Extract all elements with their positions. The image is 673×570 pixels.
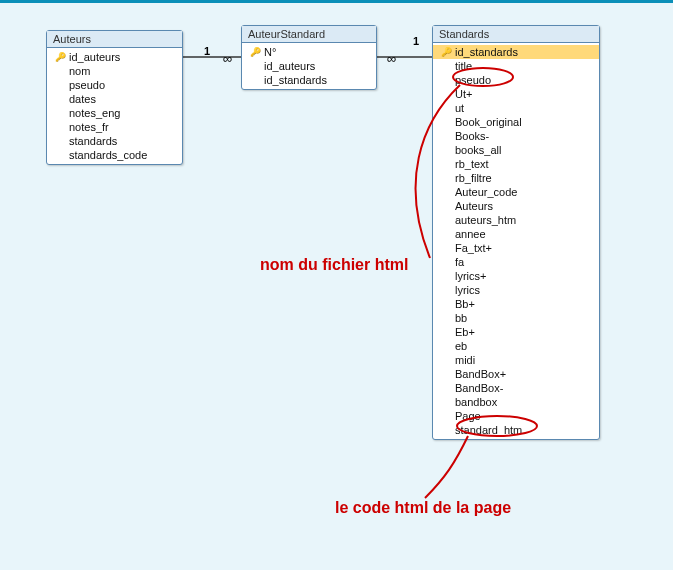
field-label: rb_filtre: [453, 171, 492, 185]
field-row[interactable]: BandBox+: [433, 367, 599, 381]
key-spacer: [439, 88, 453, 100]
table-auteur-standard[interactable]: AuteurStandard 🔑N° id_auteurs id_standar…: [241, 25, 377, 90]
field-label: lyrics: [453, 283, 480, 297]
key-spacer: [53, 149, 67, 161]
key-spacer: [439, 382, 453, 394]
annotation-note-1: nom du fichier html: [260, 256, 408, 274]
key-spacer: [439, 130, 453, 142]
field-row[interactable]: rb_filtre: [433, 171, 599, 185]
key-spacer: [439, 242, 453, 254]
key-spacer: [53, 65, 67, 77]
field-row[interactable]: Page: [433, 409, 599, 423]
field-label: eb: [453, 339, 467, 353]
key-spacer: [439, 284, 453, 296]
key-spacer: [439, 102, 453, 114]
field-row[interactable]: title: [433, 59, 599, 73]
field-row[interactable]: notes_eng: [47, 106, 182, 120]
field-row[interactable]: standards_code: [47, 148, 182, 162]
rel-cardinality-many-icon: ∞: [223, 51, 232, 66]
key-spacer: [439, 270, 453, 282]
key-spacer: [248, 60, 262, 72]
field-row[interactable]: dates: [47, 92, 182, 106]
field-row[interactable]: lyrics+: [433, 269, 599, 283]
field-row[interactable]: BandBox-: [433, 381, 599, 395]
field-label: Books-: [453, 129, 489, 143]
field-row[interactable]: lyrics: [433, 283, 599, 297]
field-row[interactable]: ut: [433, 101, 599, 115]
field-row[interactable]: Ut+: [433, 87, 599, 101]
field-label: Auteurs: [453, 199, 493, 213]
field-row[interactable]: midi: [433, 353, 599, 367]
field-row[interactable]: Bb+: [433, 297, 599, 311]
field-label: title: [453, 59, 472, 73]
field-label: dates: [67, 92, 96, 106]
field-row[interactable]: 🔑N°: [242, 45, 376, 59]
key-spacer: [439, 144, 453, 156]
field-label: Eb+: [453, 325, 475, 339]
key-spacer: [439, 158, 453, 170]
field-row[interactable]: Books-: [433, 129, 599, 143]
key-spacer: [439, 116, 453, 128]
key-spacer: [53, 107, 67, 119]
primary-key-icon: 🔑: [439, 46, 453, 58]
field-row[interactable]: Eb+: [433, 325, 599, 339]
field-row[interactable]: eb: [433, 339, 599, 353]
field-row[interactable]: pseudo: [47, 78, 182, 92]
key-spacer: [439, 74, 453, 86]
key-spacer: [248, 74, 262, 86]
field-row[interactable]: auteurs_htm: [433, 213, 599, 227]
field-label: bandbox: [453, 395, 497, 409]
field-row[interactable]: Book_original: [433, 115, 599, 129]
table-title: Standards: [433, 26, 599, 43]
key-spacer: [439, 410, 453, 422]
key-spacer: [439, 214, 453, 226]
key-spacer: [439, 424, 453, 436]
field-label: BandBox+: [453, 367, 506, 381]
field-label: id_standards: [262, 73, 327, 87]
field-label: Page: [453, 409, 481, 423]
key-spacer: [439, 354, 453, 366]
primary-key-icon: 🔑: [248, 46, 262, 58]
field-row[interactable]: id_standards: [242, 73, 376, 87]
key-spacer: [439, 60, 453, 72]
field-label: notes_fr: [67, 120, 109, 134]
field-row[interactable]: standard_htm: [433, 423, 599, 437]
table-standards[interactable]: Standards 🔑id_standards title pseudo Ut+…: [432, 25, 600, 440]
key-spacer: [439, 200, 453, 212]
field-row[interactable]: id_auteurs: [242, 59, 376, 73]
relationship-canvas: 1 ∞ ∞ 1 Auteurs 🔑id_auteurs nom pseudo d…: [0, 0, 673, 570]
field-label: ut: [453, 101, 464, 115]
field-row[interactable]: annee: [433, 227, 599, 241]
field-row[interactable]: bb: [433, 311, 599, 325]
primary-key-icon: 🔑: [53, 51, 67, 63]
field-row[interactable]: Auteur_code: [433, 185, 599, 199]
field-row[interactable]: 🔑id_auteurs: [47, 50, 182, 64]
field-row[interactable]: standards: [47, 134, 182, 148]
table-body: 🔑id_standards title pseudo Ut+ ut Book_o…: [433, 43, 599, 439]
field-row[interactable]: bandbox: [433, 395, 599, 409]
field-row[interactable]: nom: [47, 64, 182, 78]
field-row[interactable]: 🔑id_standards: [433, 45, 599, 59]
field-row[interactable]: pseudo: [433, 73, 599, 87]
field-label: bb: [453, 311, 467, 325]
field-label: nom: [67, 64, 90, 78]
field-label: standards: [67, 134, 117, 148]
field-row[interactable]: books_all: [433, 143, 599, 157]
field-row[interactable]: notes_fr: [47, 120, 182, 134]
field-label: standard_htm: [453, 423, 522, 437]
field-label: fa: [453, 255, 464, 269]
field-row[interactable]: Fa_txt+: [433, 241, 599, 255]
table-auteurs[interactable]: Auteurs 🔑id_auteurs nom pseudo dates not…: [46, 30, 183, 165]
key-spacer: [439, 172, 453, 184]
field-row[interactable]: rb_text: [433, 157, 599, 171]
key-spacer: [439, 368, 453, 380]
field-row[interactable]: fa: [433, 255, 599, 269]
field-label: Bb+: [453, 297, 475, 311]
field-row[interactable]: Auteurs: [433, 199, 599, 213]
table-title: AuteurStandard: [242, 26, 376, 43]
key-spacer: [439, 186, 453, 198]
field-label: id_standards: [453, 45, 518, 59]
field-label: N°: [262, 45, 276, 59]
key-spacer: [439, 326, 453, 338]
field-label: books_all: [453, 143, 501, 157]
